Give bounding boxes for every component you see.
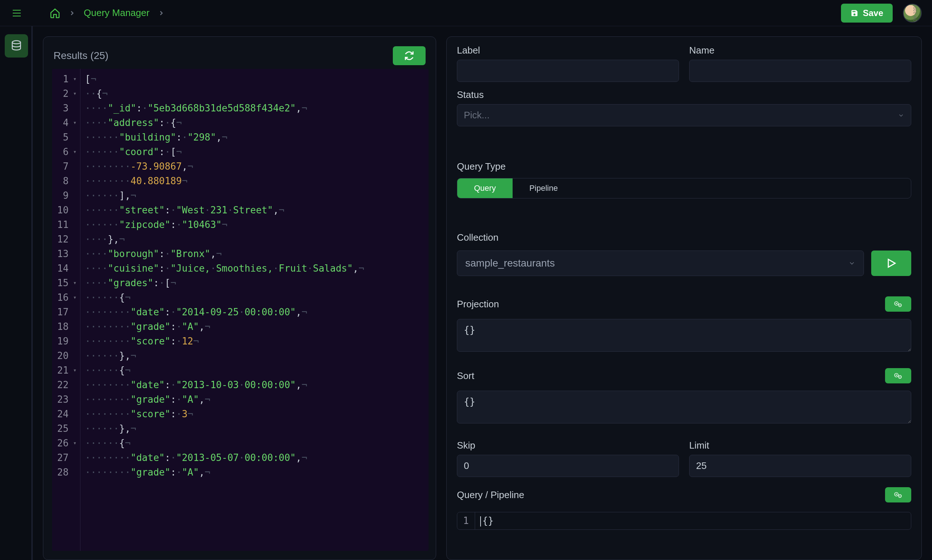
save-button-label: Save xyxy=(863,8,883,18)
query-type-query-button[interactable]: Query xyxy=(457,178,512,198)
results-editor[interactable]: 1▾2▾34▾56▾789101112131415▾16▾1718192021▾… xyxy=(52,69,429,551)
sort-textarea[interactable] xyxy=(457,391,911,423)
status-field-label: Status xyxy=(457,89,911,100)
gears-icon xyxy=(894,372,903,379)
sort-settings-button[interactable] xyxy=(885,368,911,383)
query-type-label: Query Type xyxy=(457,161,911,172)
gears-icon xyxy=(894,300,903,308)
status-select-placeholder: Pick... xyxy=(464,109,490,121)
avatar[interactable]: QM-1002 xyxy=(903,4,922,23)
breadcrumb: Query Manager xyxy=(49,7,165,18)
svg-point-2 xyxy=(896,303,897,304)
name-field-label: Name xyxy=(689,45,911,56)
hamburger-icon xyxy=(13,10,21,16)
breadcrumb-query-manager[interactable]: Query Manager xyxy=(84,7,150,18)
refresh-icon xyxy=(404,51,414,61)
label-input[interactable] xyxy=(457,60,679,82)
query-pipeline-content: {} xyxy=(482,515,494,526)
status-select[interactable]: Pick... xyxy=(457,104,911,126)
siderail-item-database[interactable] xyxy=(5,34,28,57)
svg-point-0 xyxy=(12,41,20,44)
query-form-panel: Label Name Status Pick... xyxy=(446,36,922,560)
collection-select[interactable]: sample_restaurants xyxy=(457,251,864,276)
name-input[interactable] xyxy=(689,60,911,82)
chevron-down-icon xyxy=(848,260,855,267)
chevron-right-icon xyxy=(158,9,165,17)
projection-settings-button[interactable] xyxy=(885,296,911,312)
svg-point-12 xyxy=(900,495,901,497)
query-pipeline-editor[interactable]: 1 {} xyxy=(457,512,911,530)
svg-point-4 xyxy=(900,305,901,306)
collection-value: sample_restaurants xyxy=(465,257,555,269)
projection-textarea[interactable] xyxy=(457,319,911,352)
results-panel: Results (25) 1▾2▾34▾56▾789101112131415▾1… xyxy=(43,36,436,560)
svg-point-8 xyxy=(900,377,901,378)
gears-icon xyxy=(894,491,903,498)
query-pipeline-line-number: 1 xyxy=(457,512,475,529)
chevron-right-icon xyxy=(68,9,76,17)
home-icon[interactable] xyxy=(49,8,60,18)
limit-input[interactable] xyxy=(689,455,911,477)
label-field-label: Label xyxy=(457,45,679,56)
topbar: Query Manager Save QM-1002 xyxy=(0,0,932,26)
query-type-toggle: Query Pipeline xyxy=(457,178,911,198)
projection-label: Projection xyxy=(457,298,499,310)
refresh-button[interactable] xyxy=(393,46,426,65)
collection-label: Collection xyxy=(457,232,911,243)
query-type-pipeline-button[interactable]: Pipeline xyxy=(512,178,575,198)
save-icon xyxy=(850,9,858,17)
skip-label: Skip xyxy=(457,440,679,451)
play-icon xyxy=(885,257,897,269)
avatar-label: QM-1002 xyxy=(913,4,917,22)
sort-label: Sort xyxy=(457,370,474,382)
results-title: Results (25) xyxy=(54,50,109,62)
skip-input[interactable] xyxy=(457,455,679,477)
query-pipeline-settings-button[interactable] xyxy=(885,487,911,503)
siderail xyxy=(0,26,33,560)
chevron-down-icon xyxy=(898,112,904,119)
svg-point-6 xyxy=(896,375,897,376)
menu-toggle-button[interactable] xyxy=(10,6,23,20)
database-icon xyxy=(10,40,23,52)
svg-point-10 xyxy=(896,494,897,495)
limit-label: Limit xyxy=(689,440,911,451)
query-pipeline-label: Query / Pipeline xyxy=(457,489,524,501)
save-button[interactable]: Save xyxy=(841,4,893,23)
run-query-button[interactable] xyxy=(871,251,911,276)
